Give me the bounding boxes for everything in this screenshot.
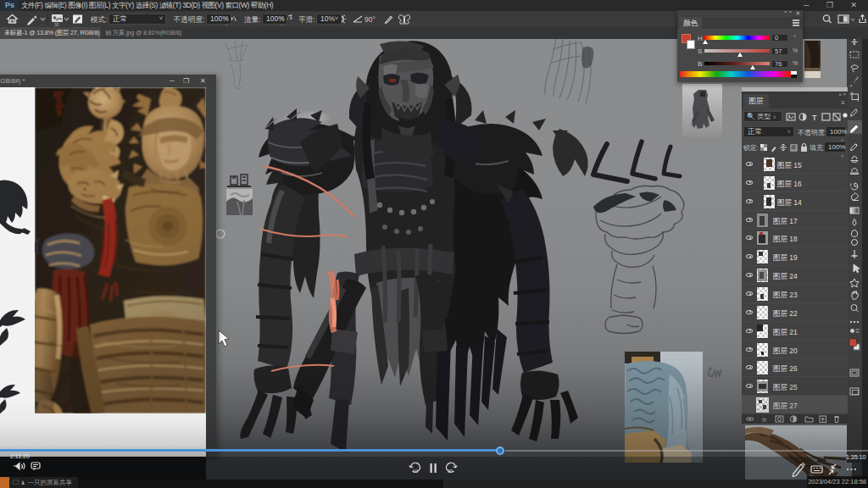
svg-text:30: 30 [54, 22, 59, 27]
svg-text:13: 13 [792, 146, 797, 151]
svg-text:T: T [812, 114, 817, 122]
svg-text:30: 30 [448, 469, 453, 474]
svg-text:10: 10 [413, 469, 418, 474]
svg-text:fx: fx [762, 417, 767, 423]
